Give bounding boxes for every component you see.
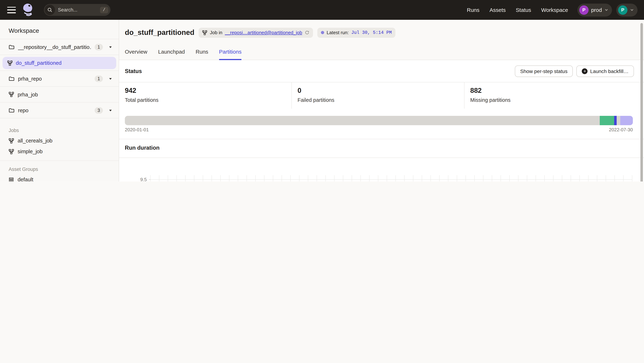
run-duration-heading: Run duration bbox=[119, 139, 644, 158]
launch-backfill-button[interactable]: + Launch backfill… bbox=[576, 66, 634, 77]
user-avatar: P bbox=[618, 5, 628, 14]
dagster-app: Search... / Runs Assets Status Workspace… bbox=[0, 0, 644, 182]
sidebar-item-label: prha_job bbox=[18, 92, 38, 97]
stat-label: Missing partitions bbox=[470, 97, 644, 103]
tab-runs[interactable]: Runs bbox=[196, 48, 208, 60]
chevron-down-icon[interactable] bbox=[109, 45, 112, 49]
job-icon bbox=[9, 149, 14, 154]
bar-segment-lavender bbox=[620, 116, 633, 125]
bar-segment-gray bbox=[125, 116, 600, 125]
job-icon bbox=[9, 92, 14, 97]
menu-icon[interactable] bbox=[7, 7, 16, 13]
latest-run-time-link[interactable]: Jul 30, 5:14 PM bbox=[351, 30, 392, 35]
folder-icon bbox=[9, 108, 14, 113]
stat-value: 882 bbox=[470, 86, 644, 94]
nav-runs[interactable]: Runs bbox=[467, 7, 480, 13]
asset-groups-section-label: Asset Groups bbox=[0, 161, 119, 174]
main-panel: do_stuff_partitioned Job in __reposi…art… bbox=[119, 20, 644, 182]
jobs-section-label: Jobs bbox=[0, 118, 119, 135]
tab-bar: Overview Launchpad Runs Partitions bbox=[119, 48, 644, 60]
job-count-badge: 1 bbox=[94, 75, 103, 82]
folder-icon bbox=[9, 44, 14, 50]
workspace-sidebar: Workspace __repository__do_stuff_partiti… bbox=[0, 20, 119, 182]
latest-run-label: Latest run: bbox=[327, 30, 349, 35]
sidebar-item-prha-repo[interactable]: prha_repo 1 bbox=[0, 71, 119, 87]
job-icon bbox=[7, 60, 12, 66]
stat-value: 942 bbox=[125, 86, 292, 94]
bar-segment-indigo bbox=[614, 116, 617, 125]
chevron-down-icon[interactable] bbox=[109, 77, 112, 80]
deployment-avatar: P bbox=[579, 5, 588, 14]
nav-status[interactable]: Status bbox=[516, 7, 531, 13]
sidebar-item-label: all_cereals_job bbox=[18, 138, 52, 144]
range-end-label: 2022-07-30 bbox=[609, 127, 633, 132]
primary-nav: Runs Assets Status Workspace bbox=[467, 7, 568, 13]
folder-icon bbox=[9, 76, 14, 82]
deployment-switcher[interactable]: P prod bbox=[578, 4, 612, 16]
stat-total-partitions: 942 Total partitions bbox=[119, 82, 292, 109]
bar-segment-gray bbox=[617, 116, 620, 125]
search-input[interactable]: Search... / bbox=[44, 4, 110, 16]
plus-circle-icon: + bbox=[582, 68, 588, 74]
job-origin-pill: Job in __reposi…artitioned@partitioned_j… bbox=[199, 28, 313, 38]
tab-launchpad[interactable]: Launchpad bbox=[158, 48, 185, 60]
search-icon bbox=[44, 5, 55, 15]
sidebar-item-prha-job[interactable]: prha_job bbox=[0, 87, 119, 102]
button-label: Launch backfill… bbox=[590, 68, 628, 74]
chevron-down-icon bbox=[604, 8, 608, 12]
latest-run-pill: Latest run: Jul 30, 5:14 PM bbox=[317, 28, 396, 38]
run-duration-chart: 2020-01-012020-01-182020-02-042020-02-21… bbox=[119, 158, 644, 182]
sidebar-selected-row: do_stuff_partitioned bbox=[0, 55, 119, 71]
job-icon bbox=[202, 30, 208, 35]
page-header: do_stuff_partitioned Job in __reposi…art… bbox=[119, 20, 644, 38]
sidebar-item-label: simple_job bbox=[18, 148, 43, 154]
nav-assets[interactable]: Assets bbox=[490, 7, 506, 13]
status-section-header: Status Show per-step status + Launch bac… bbox=[119, 60, 644, 82]
search-placeholder: Search... bbox=[58, 7, 100, 12]
user-menu[interactable]: P bbox=[616, 4, 638, 16]
deployment-name: prod bbox=[591, 7, 602, 13]
sidebar-item-all-cereals-job[interactable]: all_cereals_job bbox=[0, 135, 119, 146]
sidebar-item-label: default bbox=[18, 177, 33, 182]
stat-missing-partitions: 882 Missing partitions bbox=[464, 82, 644, 109]
dagster-logo bbox=[21, 2, 35, 18]
partition-status-section: 2020-01-01 2022-07-30 bbox=[119, 109, 644, 139]
y-tick-label: 9.5 bbox=[140, 177, 147, 182]
status-heading: Status bbox=[125, 68, 142, 74]
job-icon bbox=[9, 138, 14, 143]
stat-failed-partitions: 0 Failed partitions bbox=[292, 82, 464, 109]
sidebar-item-simple-job[interactable]: simple_job bbox=[0, 146, 119, 157]
sidebar-item-label: repo bbox=[18, 108, 28, 113]
show-per-step-status-button[interactable]: Show per-step status bbox=[515, 66, 573, 77]
run-status-dot bbox=[321, 31, 324, 34]
sidebar-item-default-group[interactable]: default bbox=[0, 174, 119, 182]
partitions-content: Status Show per-step status + Launch bac… bbox=[119, 60, 644, 182]
nav-workspace[interactable]: Workspace bbox=[541, 7, 568, 13]
job-origin-link[interactable]: __reposi…artitioned@partitioned_job bbox=[225, 30, 302, 35]
sidebar-item-repository-do-stuff[interactable]: __repository__do_stuff_partitio… 1 bbox=[0, 39, 119, 55]
chevron-down-icon[interactable] bbox=[109, 108, 112, 112]
job-count-badge: 1 bbox=[94, 44, 103, 50]
sidebar-item-repo[interactable]: repo 3 bbox=[0, 102, 119, 118]
execution-time-chart: 2020-01-012020-01-182020-02-042020-02-21… bbox=[119, 158, 644, 182]
tab-overview[interactable]: Overview bbox=[125, 48, 147, 60]
sidebar-item-do-stuff-partitioned[interactable]: do_stuff_partitioned bbox=[2, 57, 116, 69]
search-shortcut-key: / bbox=[100, 7, 108, 13]
page-title: do_stuff_partitioned bbox=[125, 28, 194, 37]
refresh-icon[interactable] bbox=[305, 30, 310, 35]
sidebar-item-label: prha_repo bbox=[18, 76, 42, 82]
range-start-label: 2020-01-01 bbox=[125, 127, 149, 132]
button-label: Show per-step status bbox=[520, 68, 568, 74]
stat-label: Failed partitions bbox=[298, 97, 464, 103]
chevron-down-icon bbox=[630, 8, 634, 12]
top-nav: Search... / Runs Assets Status Workspace… bbox=[0, 0, 644, 20]
bar-segment-green bbox=[600, 116, 614, 125]
scrollbar[interactable] bbox=[640, 23, 643, 182]
sidebar-item-label: __repository__do_stuff_partitio… bbox=[18, 44, 91, 50]
sidebar-title: Workspace bbox=[0, 20, 119, 39]
tab-partitions[interactable]: Partitions bbox=[219, 48, 242, 60]
sidebar-item-label: do_stuff_partitioned bbox=[16, 60, 62, 66]
asset-group-icon bbox=[9, 177, 14, 182]
partition-status-bar[interactable] bbox=[125, 116, 633, 125]
job-in-label: Job in bbox=[210, 30, 222, 35]
